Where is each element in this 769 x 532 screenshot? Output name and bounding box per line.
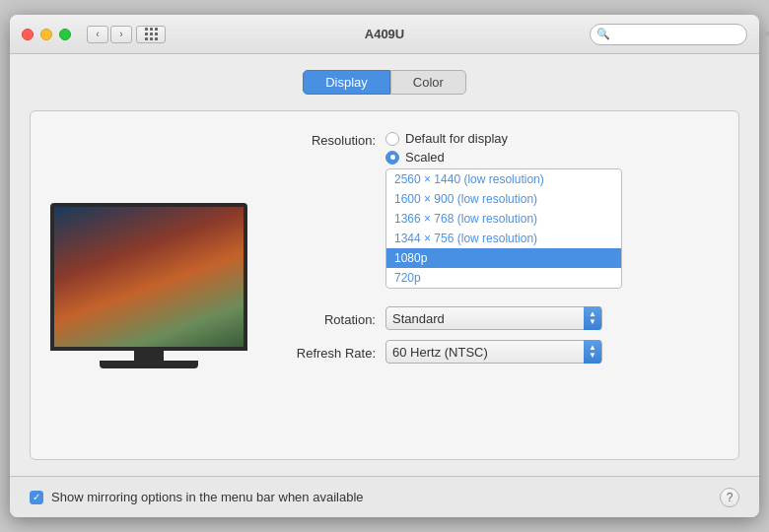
window-title: A409U [365,27,404,41]
apps-grid-icon [145,28,158,40]
refresh-rate-value: 60 Hertz (NTSC) [392,345,488,360]
resolution-item-2560[interactable]: 2560 × 1440 (low resolution) [386,169,621,189]
display-settings: Resolution: Default for display Scaled [267,131,719,439]
apps-button[interactable] [136,26,166,43]
forward-icon: › [119,29,122,39]
tab-display[interactable]: Display [303,70,390,95]
rotation-value: Standard [392,311,445,326]
back-icon: ‹ [96,29,99,39]
window: ‹ › A409U 🔍 ✕ Display Color [10,15,759,517]
resolution-list[interactable]: 2560 × 1440 (low resolution) 1600 × 900 … [386,169,621,288]
resolution-item-1344[interactable]: 1344 × 756 (low resolution) [386,229,621,248]
refresh-rate-label: Refresh Rate: [267,344,376,361]
rotation-down-arrow: ▼ [589,318,596,326]
titlebar: ‹ › A409U 🔍 ✕ [10,15,759,54]
search-clear-button[interactable]: ✕ [762,28,769,40]
resolution-label: Resolution: [267,131,376,148]
minimize-button[interactable] [40,29,52,40]
refresh-rate-arrows: ▲ ▼ [584,340,601,364]
monitor-base [100,361,198,368]
mirroring-checkbox[interactable]: ✓ [30,491,43,504]
back-button[interactable]: ‹ [87,26,108,43]
bottom-bar: ✓ Show mirroring options in the menu bar… [10,476,759,517]
nav-buttons: ‹ › [87,26,132,43]
search-box: 🔍 ✕ [590,24,747,45]
resolution-scaled-option[interactable]: Scaled [385,150,719,165]
refresh-rate-select[interactable]: 60 Hertz (NTSC) ▲ ▼ [385,340,602,364]
rotation-arrows: ▲ ▼ [584,306,601,330]
resolution-item-1080p[interactable]: 1080p [386,248,621,268]
monitor-display [50,203,247,351]
resolution-default-radio[interactable] [385,132,399,146]
monitor-neck [134,351,164,361]
rotation-row: Rotation: Standard ▲ ▼ [267,306,719,330]
search-icon: 🔍 [596,28,610,40]
forward-button[interactable]: › [110,26,132,43]
monitor-preview [50,131,247,439]
resolution-default-option[interactable]: Default for display [385,131,719,146]
monitor-stand [50,351,247,368]
refresh-rate-control: 60 Hertz (NTSC) ▲ ▼ [385,340,719,364]
resolution-scaled-radio[interactable] [385,151,399,165]
checkbox-check-icon: ✓ [33,493,40,502]
mirroring-checkbox-wrap[interactable]: ✓ Show mirroring options in the menu bar… [30,490,364,504]
refresh-rate-down-arrow: ▼ [589,352,596,360]
refresh-rate-row: Refresh Rate: 60 Hertz (NTSC) ▲ ▼ [267,340,719,364]
resolution-scaled-label: Scaled [405,150,445,165]
resolution-row: Resolution: Default for display Scaled [267,131,719,289]
monitor-screen [54,207,244,347]
help-icon: ? [727,491,734,504]
tab-color[interactable]: Color [390,70,466,95]
settings-panel: Resolution: Default for display Scaled [30,110,739,460]
rotation-label: Rotation: [267,310,376,327]
tab-bar: Display Color [30,70,739,95]
help-button[interactable]: ? [720,488,739,507]
content-area: Display Color [10,54,759,476]
resolution-item-1366[interactable]: 1366 × 768 (low resolution) [386,209,621,229]
resolution-default-label: Default for display [405,131,508,146]
maximize-button[interactable] [59,29,71,40]
traffic-lights [22,29,71,40]
search-input[interactable] [614,28,762,41]
rotation-control: Standard ▲ ▼ [385,306,719,330]
close-button[interactable] [22,29,34,40]
resolution-control: Default for display Scaled 2560 × 1440 (… [385,131,719,289]
resolution-list-container: 2560 × 1440 (low resolution) 1600 × 900 … [385,168,622,289]
mirroring-label: Show mirroring options in the menu bar w… [51,490,364,504]
resolution-item-1600[interactable]: 1600 × 900 (low resolution) [386,189,621,209]
resolution-item-720p[interactable]: 720p [386,268,621,288]
rotation-select[interactable]: Standard ▲ ▼ [385,306,602,330]
